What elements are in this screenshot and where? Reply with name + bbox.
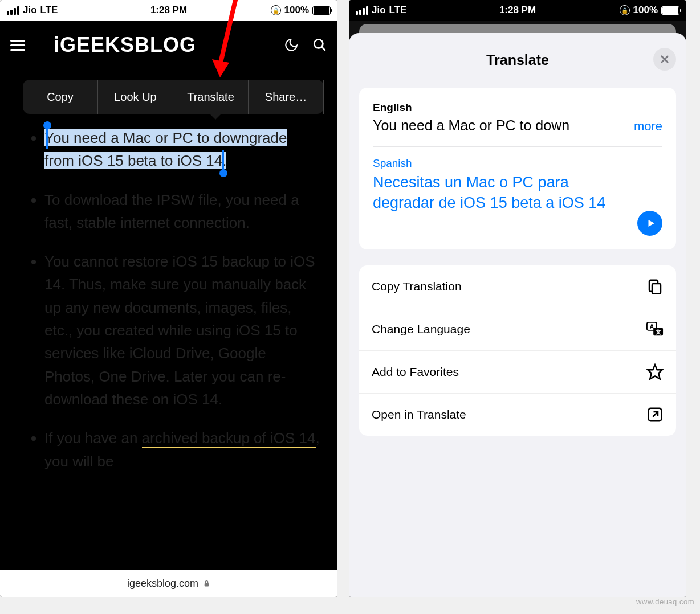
selection-start-handle[interactable] [43,121,51,129]
source-language-label: English [373,101,662,114]
svg-marker-12 [648,365,662,379]
add-to-favorites-item[interactable]: Add to Favorites [359,351,676,394]
share-menu-item[interactable]: Share… [249,80,324,114]
close-icon [660,54,670,64]
list-item[interactable]: You need a Mac or PC to downgrade from i… [44,126,320,173]
network-label: LTE [389,5,407,16]
article-content: You need a Mac or PC to downgrade from i… [0,69,337,500]
open-in-translate-item[interactable]: Open in Translate [359,394,676,436]
list-item: To download the IPSW file, you need a fa… [44,189,320,235]
site-header: iGEEKSBLOG [0,21,337,69]
carrier-label: Jio [372,5,386,16]
sheet-title: Translate [486,52,549,68]
svg-line-1 [321,47,325,51]
signal-icon [356,6,368,15]
signal-icon [7,6,19,15]
domain-label: igeeksblog.com [127,578,198,590]
lock-icon [203,580,210,587]
change-language-item[interactable]: Change Language A文 [359,308,676,351]
more-button[interactable]: more [634,119,662,134]
target-language-label: Spanish [373,157,662,170]
svg-rect-7 [652,284,661,294]
network-label: LTE [40,5,58,16]
copy-icon [646,278,664,295]
clock: 1:28 PM [150,5,187,16]
svg-line-14 [653,412,658,417]
rotation-lock-icon: 🔒 [271,5,281,15]
clock: 1:28 PM [499,5,536,16]
translation-card: English You need a Mac or PC to down mor… [359,88,676,249]
selection-end-handle[interactable] [219,169,227,177]
svg-rect-4 [205,583,209,586]
language-icon: A文 [646,321,664,338]
svg-text:文: 文 [655,329,661,335]
search-icon[interactable] [312,38,327,52]
phone-left: Jio LTE 1:28 PM 🔒 100% iGEEKSBLOG Copy L… [0,0,337,597]
target-text: Necesitas un Mac o PC para degradar de i… [373,172,630,214]
address-bar[interactable]: igeeksblog.com [0,570,337,597]
dark-mode-icon[interactable] [284,38,299,52]
text-selection-menu: Copy Look Up Translate Share… [23,80,324,114]
list-item: You cannot restore iOS 15 backup to iOS … [44,250,320,411]
carrier-label: Jio [23,5,37,16]
battery-icon [312,6,331,15]
translate-menu-item[interactable]: Translate [173,80,249,114]
copy-translation-item[interactable]: Copy Translation [359,265,676,308]
svg-point-0 [314,39,323,48]
source-text: You need a Mac or PC to down [373,117,632,134]
look-up-menu-item[interactable]: Look Up [98,80,173,114]
watermark: www.deuaq.com [636,597,694,606]
list-item: If you have an archived backup of iOS 14… [44,427,320,473]
star-icon [646,363,664,380]
translate-sheet: Translate English You need a Mac or PC t… [349,33,686,597]
battery-icon [661,6,679,15]
menu-button[interactable] [10,40,25,51]
rotation-lock-icon: 🔒 [620,5,630,15]
close-button[interactable] [653,48,676,71]
site-logo[interactable]: iGEEKSBLOG [54,33,196,57]
open-external-icon [646,406,664,423]
battery-pct: 100% [633,5,658,16]
play-icon [646,218,656,228]
copy-menu-item[interactable]: Copy [23,80,98,114]
status-bar: Jio LTE 1:28 PM 🔒 100% [0,0,337,21]
battery-pct: 100% [284,5,309,16]
play-button[interactable] [637,211,662,236]
phone-right: Jio LTE 1:28 PM 🔒 100% Translate English… [349,0,686,597]
selected-text[interactable]: You need a Mac or PC to downgrade from i… [44,129,287,169]
action-list: Copy Translation Change Language A文 Add … [359,265,676,436]
status-bar: Jio LTE 1:28 PM 🔒 100% [349,0,686,21]
article-link[interactable]: archived backup of iOS 14 [142,429,316,448]
divider [373,146,662,147]
